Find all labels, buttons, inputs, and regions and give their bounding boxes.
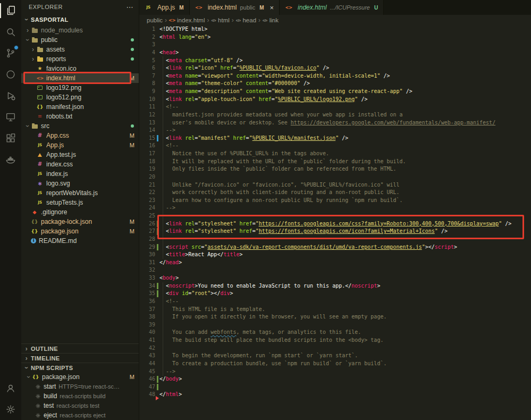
tree-item-manifest-json[interactable]: ›{}manifest.json xyxy=(21,102,139,112)
project-section-header[interactable]: › SASPORTAL xyxy=(21,14,139,26)
line-number[interactable]: 16 xyxy=(139,142,155,150)
remote-explorer-icon[interactable] xyxy=(0,106,21,128)
tree-item-logo-svg[interactable]: ›∗logo.svg xyxy=(21,179,139,188)
tree-item-index-html[interactable]: ›<>index.htmlM xyxy=(21,73,139,83)
tree-item-public[interactable]: ›public xyxy=(21,35,139,45)
tree-item-assets[interactable]: ›assets xyxy=(21,45,139,54)
extension-circle-icon[interactable] xyxy=(0,64,21,85)
line-number[interactable]: 8 xyxy=(139,80,155,88)
tree-item-index-js[interactable]: ›JSindex.js xyxy=(21,169,139,179)
line-number[interactable]: 39 xyxy=(139,321,155,329)
code-line-5[interactable]: 5 <meta charset="utf-8" /> xyxy=(139,57,531,65)
line-number[interactable]: 31 xyxy=(139,259,155,267)
line-number[interactable]: 2 xyxy=(139,33,155,41)
code-line-12[interactable]: 12 manifest.json provides metadata used … xyxy=(139,111,531,119)
tree-item-reportwebvitals-js[interactable]: ›JSreportWebVitals.js xyxy=(21,188,139,198)
breadcrumb-public[interactable]: public xyxy=(147,17,163,23)
code-line-7[interactable]: 7 <meta name="viewport" content="width=d… xyxy=(139,72,531,80)
line-number[interactable]: 12 xyxy=(139,111,155,119)
search-icon[interactable] xyxy=(0,21,21,43)
code-line-30[interactable]: 30 <title>React App</title> xyxy=(139,251,531,259)
line-number[interactable]: 27 xyxy=(139,228,155,236)
line-number[interactable]: 13 xyxy=(139,119,155,127)
line-number[interactable]: 32 xyxy=(139,266,155,274)
code-line-45[interactable]: 45 --> xyxy=(139,368,531,376)
code-line-16[interactable]: 16 <!-- xyxy=(139,142,531,150)
code-editor[interactable]: 1<!DOCTYPE html>2<html lang="en">34<head… xyxy=(139,26,531,420)
line-number[interactable]: 40 xyxy=(139,329,155,337)
tree-item-package-lock-json[interactable]: ›{}package-lock.jsonM xyxy=(21,217,139,226)
line-number[interactable]: 19 xyxy=(139,165,155,173)
code-line-28[interactable]: 28 xyxy=(139,236,531,243)
code-line-1[interactable]: 1<!DOCTYPE html> xyxy=(139,26,531,33)
line-number[interactable]: 23 xyxy=(139,197,155,205)
code-line-18[interactable]: 18 It will be replaced with the URL of t… xyxy=(139,158,531,166)
code-line-32[interactable]: 32 xyxy=(139,266,531,274)
extensions-icon[interactable] xyxy=(0,128,21,149)
tab-index-html-public[interactable]: <>index.htmlpublicM× xyxy=(190,0,280,15)
line-number[interactable]: 34 xyxy=(139,282,155,290)
explorer-icon[interactable] xyxy=(0,0,21,21)
line-number[interactable]: 28 xyxy=(139,236,155,243)
account-icon[interactable] xyxy=(0,377,21,399)
line-number[interactable]: 43 xyxy=(139,352,155,360)
code-line-48[interactable]: 48</html> xyxy=(139,391,531,399)
line-number[interactable]: 7 xyxy=(139,72,155,80)
code-line-33[interactable]: 33<body> xyxy=(139,274,531,282)
breadcrumb-link[interactable]: </>link xyxy=(263,17,279,23)
code-line-21[interactable]: 21 Unlike "/favicon.ico" or "favicon.ico… xyxy=(139,181,531,189)
panel-npm-scripts[interactable]: ›NPM SCRIPTS xyxy=(21,363,139,372)
tab-index-html-icupressure[interactable]: <>index.html.../ICUPressureU xyxy=(280,0,384,15)
panel-outline[interactable]: ›OUTLINE xyxy=(21,343,139,353)
line-number[interactable]: 9 xyxy=(139,88,155,96)
code-line-4[interactable]: 4<head> xyxy=(139,49,531,57)
settings-icon[interactable] xyxy=(0,399,21,420)
line-number[interactable]: 22 xyxy=(139,189,155,197)
source-control-icon[interactable] xyxy=(0,43,21,64)
line-number[interactable]: 5 xyxy=(139,57,155,65)
code-line-37[interactable]: 37 This HTML file is a template. xyxy=(139,306,531,314)
docker-icon[interactable] xyxy=(0,149,21,170)
line-number[interactable]: 42 xyxy=(139,345,155,352)
npm-script-start[interactable]: startHTTPS=true react-scripts s... xyxy=(21,382,139,391)
tree-item-node-modules[interactable]: ›node_modules xyxy=(21,26,139,35)
code-line-9[interactable]: 9 <meta name="description" content="Web … xyxy=(139,88,531,96)
line-number[interactable]: 44 xyxy=(139,360,155,368)
line-number[interactable]: 41 xyxy=(139,337,155,345)
tree-item-index-css[interactable]: ›#index.css xyxy=(21,159,139,169)
line-number[interactable]: 4 xyxy=(139,49,155,57)
tree-item-gitignore[interactable]: ›◆.gitignore xyxy=(21,207,139,217)
line-number[interactable]: 45 xyxy=(139,368,155,376)
breadcrumb-index-html[interactable]: <>index.html xyxy=(169,17,205,23)
line-number[interactable]: 15 xyxy=(139,135,155,142)
tree-item-app-js[interactable]: ›JSApp.jsM xyxy=(21,140,139,150)
npm-scripts-package-json[interactable]: ›{}package.jsonM xyxy=(21,372,139,382)
line-number[interactable]: 10 xyxy=(139,96,155,104)
code-line-8[interactable]: 8 <meta name="theme-color" content="#000… xyxy=(139,80,531,88)
line-number[interactable]: 18 xyxy=(139,158,155,166)
tree-item-logo512-png[interactable]: ›logo512.png xyxy=(21,93,139,102)
line-number[interactable]: 30 xyxy=(139,251,155,259)
code-line-19[interactable]: 19 Only files inside the `public` folder… xyxy=(139,165,531,173)
line-number[interactable]: 6 xyxy=(139,64,155,72)
line-number[interactable]: 36 xyxy=(139,298,155,306)
code-line-42[interactable]: 42 xyxy=(139,345,531,352)
code-line-26[interactable]: 26 <link rel="stylesheet" href="https://… xyxy=(139,220,531,228)
code-line-17[interactable]: 17 Notice the use of %PUBLIC_URL% in the… xyxy=(139,150,531,158)
line-number[interactable]: 33 xyxy=(139,274,155,282)
code-line-2[interactable]: 2<html lang="en"> xyxy=(139,33,531,41)
tree-item-reports[interactable]: ›reports xyxy=(21,54,139,64)
line-number[interactable]: 47 xyxy=(139,383,155,391)
run-and-debug-icon[interactable] xyxy=(0,85,21,106)
code-line-29[interactable]: 29 <script src="assets/va-sdk/va-report-… xyxy=(139,243,531,251)
code-line-47[interactable]: 47 xyxy=(139,383,531,391)
line-number[interactable]: 14 xyxy=(139,127,155,135)
code-line-10[interactable]: 10 <link rel="apple-touch-icon" href="%P… xyxy=(139,96,531,104)
line-number[interactable]: 35 xyxy=(139,290,155,298)
code-line-36[interactable]: 36 <!-- xyxy=(139,298,531,306)
code-line-13[interactable]: 13 user's mobile device or desktop. See … xyxy=(139,119,531,127)
tree-item-app-css[interactable]: ›#App.cssM xyxy=(21,131,139,140)
code-line-43[interactable]: 43 To begin the development, run `npm st… xyxy=(139,352,531,360)
code-line-11[interactable]: 11 <!-- xyxy=(139,103,531,111)
line-number[interactable]: 26 xyxy=(139,220,155,228)
